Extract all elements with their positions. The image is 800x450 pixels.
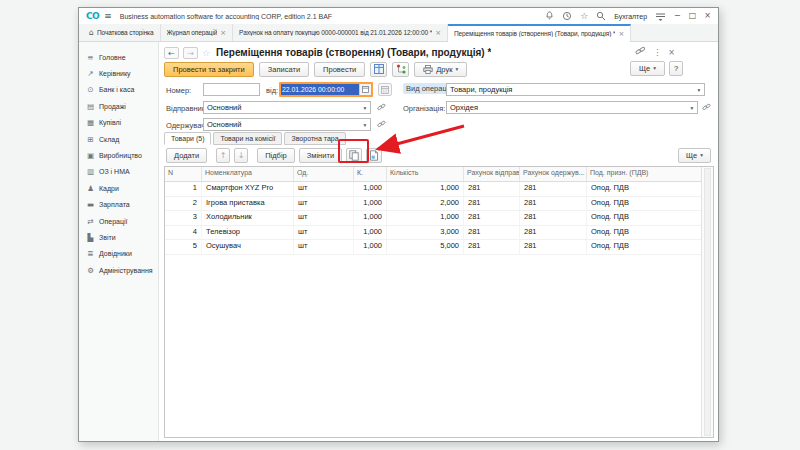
close-tab-icon[interactable]: × <box>618 30 624 38</box>
main-menu-icon[interactable]: ≡ <box>104 12 112 21</box>
sidebar-item-salary-card[interactable]: ▬Зарплата <box>79 197 158 213</box>
sidebar-item-operations-dtkt[interactable]: ⇄Операції <box>79 213 158 229</box>
close-tab-icon[interactable]: × <box>220 29 226 37</box>
chevron-down-icon[interactable]: ▾ <box>694 87 704 93</box>
sender-select[interactable]: Основний ▾ <box>203 101 371 114</box>
back-icon[interactable]: ← <box>164 47 179 59</box>
minimize-button[interactable]: − <box>674 12 681 20</box>
close-tab-icon[interactable]: × <box>435 29 441 37</box>
current-user[interactable]: Бухгалтер <box>614 13 647 20</box>
table-row[interactable]: 5Осушувачшт1,0005,000281281Опод. ПДВ <box>165 240 702 255</box>
window-tab[interactable]: Журнал операцій× <box>161 24 234 41</box>
bank-cash-icon: ⊙ <box>86 85 95 94</box>
move-up-icon[interactable]: ↑ <box>216 148 230 163</box>
sidebar-item-administration-gear[interactable]: ⚙Адміністрування <box>79 262 158 278</box>
salary-card-icon: ▬ <box>86 200 95 209</box>
sidebar-item-assets[interactable]: ▥ОЗ і НМА <box>79 164 158 180</box>
chevron-down-icon[interactable]: ▾ <box>687 105 697 111</box>
table-header-row: NНоменклатураОд.К.КількістьРахунок відпр… <box>165 167 702 182</box>
favorites-star-icon[interactable]: ☆ <box>580 11 588 21</box>
table-scrollbar[interactable] <box>701 167 713 437</box>
history-icon[interactable] <box>562 11 572 21</box>
sidebar-item-label: Виробництво <box>99 152 142 159</box>
sidebar-item-staff-person[interactable]: ♟Кадри <box>79 180 158 196</box>
items-more-button[interactable]: Ще▾ <box>678 148 711 163</box>
sidebar-item-bank-cash[interactable]: ⊙Банк і каса <box>79 82 158 98</box>
annotation-highlight-box <box>338 139 369 163</box>
maximize-button[interactable]: □ <box>689 12 697 20</box>
notifications-bell-icon[interactable] <box>545 11 554 21</box>
table-row[interactable]: 3Холодильникшт1,0001,000281281Опод. ПДВ <box>165 211 702 226</box>
items-tab[interactable]: Товари (5) <box>164 132 211 145</box>
app-logo: CO <box>86 11 99 21</box>
organization-open-link-icon[interactable] <box>701 102 712 113</box>
help-button[interactable]: ? <box>669 61 683 76</box>
save-button[interactable]: Записати <box>259 62 309 77</box>
more-button[interactable]: Ще▾ <box>630 61 665 76</box>
post-and-close-button[interactable]: Провести та закрити <box>164 62 254 77</box>
add-row-button[interactable]: Додати <box>166 148 207 163</box>
table-cell: 281 <box>464 211 520 225</box>
current-date-button[interactable] <box>378 83 392 96</box>
table-cell: 3 <box>165 211 202 225</box>
operation-type-select[interactable]: Товари, продукція ▾ <box>446 83 705 96</box>
items-panel: Товари (5)Товари на комісіїЗворотна тара… <box>164 130 714 438</box>
post-button[interactable]: Провести <box>314 62 365 77</box>
table-cell: 2,000 <box>387 197 464 211</box>
favorite-star-icon[interactable]: ☆ <box>202 48 210 58</box>
table-cell: 281 <box>464 240 520 254</box>
app-window: CO ≡ Business automation software for ac… <box>78 7 719 442</box>
window-tab[interactable]: ⌂Початкова сторінка <box>83 24 161 41</box>
table-cell: Опод. ПДВ <box>587 226 702 240</box>
sidebar-item-reports-bars[interactable]: ▙Звіти <box>79 229 158 245</box>
pick-button[interactable]: Підбір <box>257 148 295 163</box>
organization-label: Організація: <box>403 104 445 113</box>
calendar-picker-icon[interactable] <box>359 84 371 95</box>
date-value-selected: 22.01.2026 00:00:00 <box>281 84 359 95</box>
close-doc-icon[interactable]: × <box>668 48 675 57</box>
sidebar-item-label: Кадри <box>99 185 119 192</box>
table-cell: шт <box>294 182 354 196</box>
close-window-button[interactable]: × <box>704 12 711 20</box>
table-row[interactable]: 4Телевізоршт1,0003,000281281Опод. ПДВ <box>165 226 702 241</box>
organization-select[interactable]: Орхідея ▾ <box>446 101 698 114</box>
receiver-open-link-icon[interactable] <box>376 119 387 130</box>
sidebar: ≡Головне↗Керівнику⊙Банк і каса▤Продажі▦К… <box>79 42 159 441</box>
chevron-down-icon[interactable]: ▾ <box>360 122 370 128</box>
sidebar-item-warehouse-grid[interactable]: ⊞Склад <box>79 131 158 147</box>
table-cell: шт <box>294 226 354 240</box>
tools-settings-icon[interactable] <box>655 12 666 21</box>
items-tab[interactable]: Товари на комісії <box>213 132 282 145</box>
table-cell: 3,000 <box>387 226 464 240</box>
warehouse-grid-icon: ⊞ <box>86 135 95 144</box>
move-down-icon[interactable]: ↓ <box>234 148 248 163</box>
sidebar-item-manager-chart[interactable]: ↗Керівнику <box>79 65 158 81</box>
sidebar-item-production-factory[interactable]: ▣Виробництво <box>79 147 158 163</box>
show-postings-dtkt-icon[interactable] <box>370 62 387 77</box>
document-structure-icon[interactable] <box>392 62 409 77</box>
table-cell: 281 <box>520 197 587 211</box>
window-tabs: ⌂Початкова сторінкаЖурнал операцій×Рахун… <box>79 24 718 42</box>
more-dots-icon[interactable]: ⋮ <box>653 48 661 57</box>
items-tab[interactable]: Зворотна тара <box>284 132 345 145</box>
number-input[interactable] <box>203 83 260 96</box>
items-tabs: Товари (5)Товари на комісіїЗворотна тара <box>164 130 714 145</box>
sidebar-item-main-menu[interactable]: ≡Головне <box>79 49 158 65</box>
date-input[interactable]: 22.01.2026 00:00:00 <box>279 82 373 97</box>
sidebar-item-sales-bag[interactable]: ▤Продажі <box>79 98 158 114</box>
sidebar-item-purchases-cart[interactable]: ▦Купівлі <box>79 115 158 131</box>
sidebar-item-directories-book[interactable]: ≣Довідники <box>79 246 158 262</box>
change-button[interactable]: Змінити <box>299 148 342 163</box>
sender-open-link-icon[interactable] <box>376 102 387 113</box>
table-row[interactable]: 1Смартфон XYZ Proшт1,0001,000281281Опод.… <box>165 182 702 197</box>
table-row[interactable]: 2Ігрова приставкашт1,0002,000281281Опод.… <box>165 197 702 212</box>
print-button[interactable]: Друк ▾ <box>414 62 467 77</box>
window-tab[interactable]: Рахунок на оплату покупцю 0000-000001 ві… <box>233 24 448 41</box>
table-cell: Опод. ПДВ <box>587 182 702 196</box>
window-tab[interactable]: Переміщення товарів (створення) (Товари,… <box>448 24 631 41</box>
chevron-down-icon[interactable]: ▾ <box>360 105 370 111</box>
forward-icon[interactable]: → <box>183 47 198 59</box>
get-link-icon[interactable] <box>635 46 646 58</box>
search-icon[interactable] <box>596 11 606 21</box>
table-cell: Ігрова приставка <box>202 197 294 211</box>
